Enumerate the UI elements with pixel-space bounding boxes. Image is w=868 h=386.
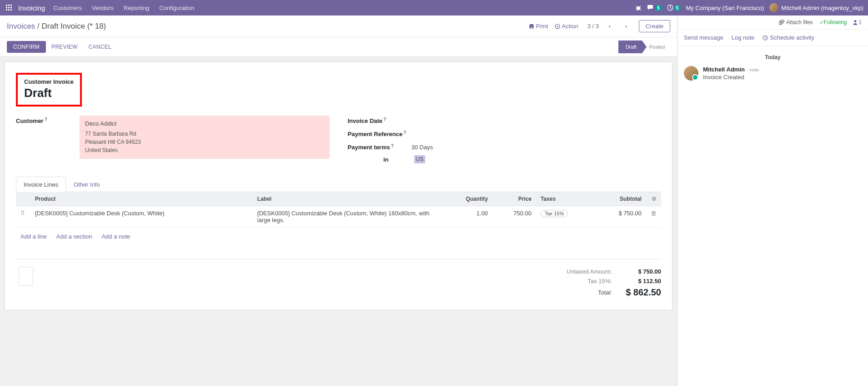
breadcrumb-parent[interactable]: Invoices (7, 22, 35, 30)
chatter-date: Today (684, 54, 862, 61)
pager-prev-icon[interactable]: ‹ (604, 21, 615, 32)
log-note-link[interactable]: Log note (732, 34, 755, 41)
table-row[interactable]: ⠿ [DESK0005] Customizable Desk (Custom, … (16, 206, 661, 228)
svg-rect-0 (6, 5, 7, 6)
conversations-icon[interactable]: 5 (647, 5, 662, 11)
message-author[interactable]: Mitchell Admin (703, 66, 745, 73)
status-draft[interactable]: Draft (618, 41, 642, 53)
th-quantity: Quantity (442, 192, 492, 206)
currency-label: in (348, 156, 411, 163)
cell-subtotal: $ 750.00 (595, 206, 646, 228)
total-label: Total: (548, 287, 612, 298)
action-dropdown[interactable]: Action (555, 23, 578, 30)
svg-rect-5 (10, 7, 12, 8)
drag-handle-icon[interactable]: ⠿ (20, 210, 26, 217)
total-value: $ 862.50 (625, 287, 661, 298)
customer-address: 77 Santa Barbara Rd Pleasant Hill CA 945… (85, 130, 324, 154)
add-line-link[interactable]: Add a line (20, 233, 47, 240)
svg-rect-3 (6, 7, 7, 8)
customer-label: Customer? (16, 116, 80, 124)
cell-label[interactable]: [DESK0005] Customizable Desk (Custom, Wh… (253, 206, 442, 228)
form-sheet: Customer Invoice Draft Customer? Deco Ad… (5, 61, 672, 310)
menu-vendors[interactable]: Vendors (92, 5, 114, 11)
user-name: Mitchell Admin (magentoy_vkp) (781, 5, 863, 11)
pager: 3 / 3 ‹ › (585, 21, 634, 32)
topbar: Invoicing Customers Vendors Reporting Co… (0, 0, 868, 15)
menu-configuration[interactable]: Configuration (159, 5, 194, 11)
svg-rect-2 (10, 5, 12, 6)
svg-point-15 (557, 25, 558, 27)
svg-rect-7 (8, 9, 10, 10)
cell-price[interactable]: 750.00 (492, 206, 536, 228)
cell-qty[interactable]: 1.00 (442, 206, 492, 228)
payment-terms-label: Payment terms? (348, 142, 411, 151)
cancel-button[interactable]: Cancel (83, 41, 117, 53)
untaxed-label: Untaxed Amount: (548, 268, 612, 275)
invoice-subtitle: Customer Invoice (24, 78, 74, 85)
pager-next-icon[interactable]: › (621, 21, 632, 32)
following-button[interactable]: ✓ Following (819, 19, 847, 25)
confirm-button[interactable]: Confirm (7, 41, 46, 53)
print-button[interactable]: Print (529, 23, 548, 30)
send-message-link[interactable]: Send message (684, 34, 723, 41)
breadcrumb-row: Invoices / Draft Invoice (* 18) Print Ac… (0, 15, 677, 37)
cell-taxes[interactable]: Tax 15% (536, 206, 595, 228)
th-product: Product (30, 192, 253, 206)
totals: Untaxed Amount: $ 750.00 Tax 15%: $ 112.… (525, 267, 661, 299)
columns-settings-icon[interactable]: ⚙ (652, 196, 657, 202)
create-button[interactable]: Create (639, 20, 670, 32)
debug-icon[interactable] (635, 5, 642, 11)
company-selector[interactable]: My Company (San Francisco) (686, 5, 764, 11)
invoice-title: Draft (24, 86, 74, 100)
add-note-link[interactable]: Add a note (101, 233, 130, 240)
terms-box[interactable] (19, 267, 33, 286)
message-time: - now (747, 67, 759, 72)
app-brand[interactable]: Invoicing (18, 4, 45, 12)
delete-line-icon[interactable]: 🗑 (651, 210, 657, 217)
th-price: Price (492, 192, 536, 206)
tab-invoice-lines[interactable]: Invoice Lines (16, 177, 66, 192)
payment-terms-field[interactable]: 30 Days (411, 142, 433, 151)
svg-rect-1 (8, 5, 10, 6)
svg-point-16 (854, 20, 857, 22)
svg-rect-4 (8, 7, 10, 8)
tabs: Invoice Lines Other Info (16, 176, 661, 192)
menu-reporting[interactable]: Reporting (124, 5, 149, 11)
customer-field[interactable]: Deco Addict 77 Santa Barbara Rd Pleasant… (80, 116, 330, 159)
conversations-badge: 5 (655, 5, 662, 10)
pager-text: 3 / 3 (587, 23, 599, 30)
preview-button[interactable]: Preview (46, 41, 83, 53)
tax-label: Tax 15%: (548, 278, 612, 284)
attach-files-link[interactable]: Attach files (779, 19, 813, 25)
chatter-message: Mitchell Admin - now Invoice Created (684, 66, 862, 81)
activities-icon[interactable]: 5 (667, 5, 681, 11)
schedule-activity-link[interactable]: Schedule activity (763, 34, 814, 41)
message-avatar-icon (684, 66, 698, 81)
th-subtotal: Subtotal (595, 192, 646, 206)
user-menu[interactable]: Mitchell Admin (magentoy_vkp) (769, 3, 863, 12)
activities-badge: 5 (674, 5, 681, 10)
invoice-date-label: Invoice Date? (348, 116, 411, 124)
customer-name: Deco Addict (85, 120, 324, 127)
followers-count[interactable]: 1 (853, 19, 862, 25)
svg-rect-11 (530, 24, 533, 25)
menu-customers[interactable]: Customers (53, 5, 82, 11)
apps-icon[interactable] (5, 3, 14, 12)
invoice-lines-table: Product Label Quantity Price Taxes Subto… (16, 192, 661, 228)
chatter-sidebar: Attach files ✓ Following 1 Send message … (677, 15, 868, 386)
th-label: Label (253, 192, 442, 206)
breadcrumb-current: Draft Invoice (* 18) (42, 22, 106, 30)
statusbar: Confirm Preview Cancel Draft Posted (0, 37, 677, 57)
svg-point-9 (637, 6, 640, 10)
payment-ref-label: Payment Reference? (348, 129, 411, 137)
svg-rect-6 (6, 9, 7, 10)
add-section-link[interactable]: Add a section (56, 233, 92, 240)
tax-value: $ 112.50 (625, 278, 661, 284)
cell-product[interactable]: [DESK0005] Customizable Desk (Custom, Wh… (30, 206, 253, 228)
tab-other-info[interactable]: Other Info (66, 177, 108, 192)
currency-field[interactable]: US (414, 155, 426, 163)
line-actions: Add a line Add a section Add a note (16, 228, 661, 245)
avatar-icon (769, 3, 778, 12)
breadcrumb: Invoices / Draft Invoice (* 18) (7, 22, 106, 31)
th-taxes: Taxes (536, 192, 595, 206)
